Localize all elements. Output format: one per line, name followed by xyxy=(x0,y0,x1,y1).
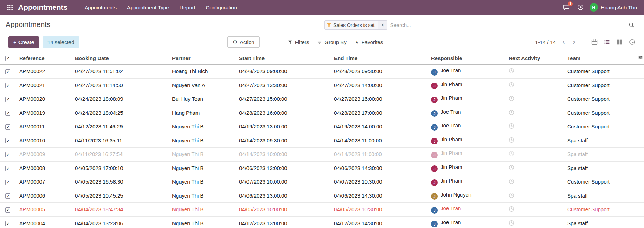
menu-appointments[interactable]: Appointments xyxy=(79,0,122,15)
cell-next-activity[interactable] xyxy=(505,78,564,92)
appointment-row[interactable]: APM00009 04/11/2023 16:27:54 Nguyen Thi … xyxy=(0,148,644,162)
column-header-booking-date[interactable]: Booking Date xyxy=(72,52,169,65)
next-activity-clock-icon xyxy=(509,82,515,88)
appointment-row[interactable]: APM00022 04/27/2023 11:51:02 Hoang Thi B… xyxy=(0,65,644,79)
cell-next-activity[interactable] xyxy=(505,216,564,228)
next-activity-clock-icon xyxy=(509,192,515,198)
row-checkbox[interactable] xyxy=(5,97,10,102)
cell-booking-date: 04/11/2023 16:27:54 xyxy=(72,148,169,162)
view-activity-button[interactable] xyxy=(626,37,638,47)
cell-start-time: 04/12/2023 13:00:00 xyxy=(236,216,331,228)
appointment-row[interactable]: APM00010 04/11/2023 16:35:11 Nguyen Thi … xyxy=(0,134,644,148)
responsible-avatar: J xyxy=(431,69,438,76)
cell-next-activity[interactable] xyxy=(505,106,564,120)
button-bar: + Create 14 selected ⚙ Action Filters Gr… xyxy=(0,35,644,52)
row-checkbox[interactable] xyxy=(5,111,10,116)
optional-columns-button[interactable] xyxy=(638,55,643,62)
column-header-next-activity[interactable]: Next Activity xyxy=(505,52,564,65)
row-checkbox[interactable] xyxy=(5,138,10,143)
cell-reference: APM00007 xyxy=(16,175,72,189)
appointment-row[interactable]: APM00008 04/05/2023 17:00:10 Nguyen Thi … xyxy=(0,161,644,175)
cell-next-activity[interactable] xyxy=(505,92,564,106)
view-list-button[interactable] xyxy=(601,37,613,47)
pager-next-button[interactable]: › xyxy=(569,38,579,46)
column-header-responsible[interactable]: Responsible xyxy=(428,52,505,65)
cell-start-time: 04/14/2023 09:30:00 xyxy=(236,134,331,148)
cell-end-time: 04/06/2023 14:30:00 xyxy=(331,161,428,175)
search-input[interactable] xyxy=(390,22,626,28)
appointment-row[interactable]: APM00020 04/24/2023 18:08:09 Bui Huy Toa… xyxy=(0,92,644,106)
messages-button[interactable]: 1 xyxy=(559,0,573,15)
cell-reference: APM00010 xyxy=(16,134,72,148)
cell-next-activity[interactable] xyxy=(505,175,564,189)
appointment-row[interactable]: APM00011 04/12/2023 11:46:29 Nguyen Thi … xyxy=(0,120,644,134)
cell-responsible: JJin Pham xyxy=(428,161,505,175)
row-checkbox[interactable] xyxy=(5,193,10,199)
select-all-checkbox[interactable] xyxy=(5,56,10,61)
row-checkbox[interactable] xyxy=(5,207,10,213)
cell-team: Customer Support xyxy=(564,78,644,92)
appointment-row[interactable]: APM00007 04/05/2023 16:58:30 Nguyen Thi … xyxy=(0,175,644,189)
appointment-row[interactable]: APM00006 04/05/2023 10:45:25 Nguyen Thi … xyxy=(0,189,644,203)
responsible-name: Joe Tran xyxy=(441,109,461,115)
cell-next-activity[interactable] xyxy=(505,134,564,148)
row-checkbox[interactable] xyxy=(5,221,10,226)
facet-remove-icon[interactable]: × xyxy=(378,21,387,29)
user-menu[interactable]: H Hoang Anh Thu xyxy=(587,0,639,15)
appointment-row[interactable]: APM00005 04/04/2023 18:47:34 Nguyen Thi … xyxy=(0,203,644,217)
cell-next-activity[interactable] xyxy=(505,120,564,134)
cell-next-activity[interactable] xyxy=(505,65,564,79)
appointment-row[interactable]: APM00019 04/24/2023 18:04:25 Hang Pham 0… xyxy=(0,106,644,120)
row-checkbox[interactable] xyxy=(5,180,10,185)
calendar-icon xyxy=(591,39,598,45)
column-header-team[interactable]: Team xyxy=(564,52,644,65)
cell-start-time: 04/27/2023 13:30:00 xyxy=(236,78,331,92)
next-activity-clock-icon xyxy=(509,68,515,74)
cell-next-activity[interactable] xyxy=(505,161,564,175)
row-checkbox[interactable] xyxy=(5,166,10,171)
view-calendar-button[interactable] xyxy=(588,37,601,47)
app-title: Appointments xyxy=(17,0,71,15)
search-options: Filters Group By ★ Favorites xyxy=(284,37,387,47)
group-by-button[interactable]: Group By xyxy=(313,37,350,47)
cell-next-activity[interactable] xyxy=(505,189,564,203)
cell-responsible: JJin Pham xyxy=(428,148,505,162)
action-label: Action xyxy=(240,39,254,45)
row-checkbox[interactable] xyxy=(5,69,10,74)
create-button[interactable]: + Create xyxy=(8,36,39,48)
cell-booking-date: 04/12/2023 11:46:29 xyxy=(72,120,169,134)
apps-menu-button[interactable] xyxy=(2,0,17,15)
next-activity-clock-icon xyxy=(509,151,515,157)
cell-next-activity[interactable] xyxy=(505,148,564,162)
menu-report[interactable]: Report xyxy=(175,0,201,15)
favorites-button[interactable]: ★ Favorites xyxy=(351,37,387,47)
column-header-start-time[interactable]: Start Time xyxy=(236,52,331,65)
row-checkbox[interactable] xyxy=(5,124,10,130)
appointment-row[interactable]: APM00021 04/27/2023 11:14:50 Nguyen Van … xyxy=(0,78,644,92)
cell-start-time: 04/28/2023 09:00:00 xyxy=(236,65,331,79)
cell-booking-date: 04/11/2023 16:35:11 xyxy=(72,134,169,148)
appointment-row[interactable]: APM00004 04/04/2023 13:23:06 Nguyen Thi … xyxy=(0,216,644,228)
menu-appointment-type[interactable]: Appointment Type xyxy=(122,0,175,15)
filters-button[interactable]: Filters xyxy=(284,37,313,47)
row-checkbox[interactable] xyxy=(5,83,10,88)
column-header-end-time[interactable]: End Time xyxy=(331,52,428,65)
menu-configuration[interactable]: Configuration xyxy=(201,0,242,15)
cell-reference: APM00020 xyxy=(16,92,72,106)
action-button[interactable]: ⚙ Action xyxy=(227,36,259,48)
cell-end-time: 04/12/2023 14:30:00 xyxy=(331,216,428,228)
cell-responsible: JJoe Tran xyxy=(428,120,505,134)
column-header-reference[interactable]: Reference xyxy=(16,52,72,65)
column-header-partner[interactable]: Partner xyxy=(169,52,236,65)
cell-booking-date: 04/04/2023 18:47:34 xyxy=(72,203,169,217)
cell-partner: Nguyen Thi B xyxy=(169,203,236,217)
view-kanban-button[interactable] xyxy=(613,37,626,47)
cell-next-activity[interactable] xyxy=(505,203,564,217)
activities-button[interactable] xyxy=(573,0,587,15)
gear-icon: ⚙ xyxy=(232,39,237,45)
cell-team: Spa staff xyxy=(564,189,644,203)
pager-previous-button[interactable]: ‹ xyxy=(558,38,569,46)
cell-partner: Nguyen Thi B xyxy=(169,134,236,148)
row-checkbox[interactable] xyxy=(5,152,10,157)
responsible-avatar: J xyxy=(431,165,438,172)
